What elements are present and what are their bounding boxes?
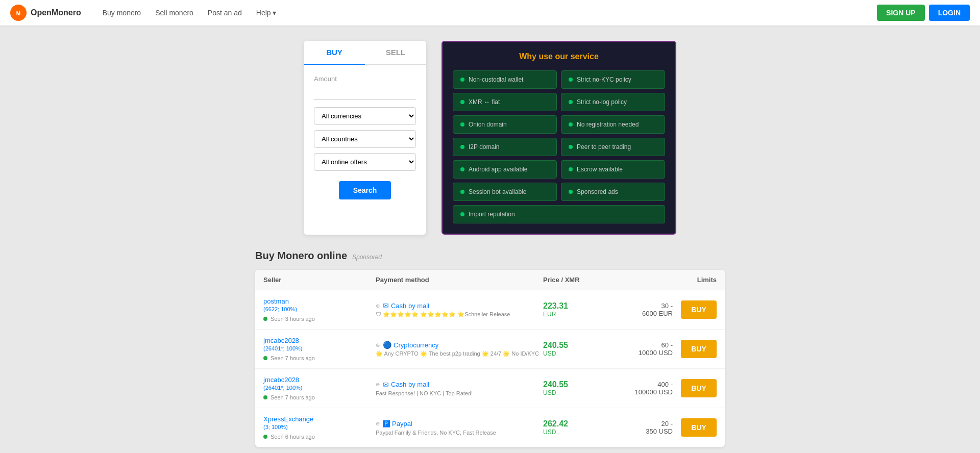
seller-seen: Seen 6 hours ago [263,434,376,440]
price-value: 262.42 [543,419,625,429]
feature-non-custodial: Non-custodial wallet [453,70,557,89]
price-currency: USD [543,389,625,396]
buy-button[interactable]: BUY [681,418,717,437]
feature-dot [569,100,573,104]
feature-dot [569,122,573,127]
amount-input[interactable] [314,86,416,100]
price-value: 240.55 [543,341,625,350]
table-header: Seller Payment method Price / XMR Limits [255,270,725,290]
hero-section: BUY SELL Amount All currencies All count… [0,26,980,250]
brand: M OpenMonero [10,5,81,21]
feature-no-log: Strict no-log policy [561,93,665,111]
payment-method-link[interactable]: ✉ Cash by mail [383,301,429,310]
payment-method-link[interactable]: 🅿 Paypal [383,420,412,428]
features-card: Why use our service Non-custodial wallet… [442,41,676,235]
online-indicator [263,435,267,439]
nav-buy-monero[interactable]: Buy monero [96,6,147,20]
tab-sell[interactable]: SELL [365,41,426,64]
feature-no-registration: No registration needed [561,115,665,134]
col-payment: Payment method [376,276,543,284]
listings-header: Buy Monero online Sponsored [255,250,725,262]
payment-icon: 🅿 [383,420,390,428]
seller-link[interactable]: jmcabc2028(26401*; 100%) [263,337,376,352]
tab-buy[interactable]: BUY [304,41,365,65]
expand-icon[interactable]: ⊕ [376,382,380,387]
country-select[interactable]: All countries [314,130,416,148]
payment-col: ⊕ ✉ Cash by mail Fast Response! | NO KYC… [376,381,543,396]
features-grid: Non-custodial wallet Strict no-KYC polic… [453,70,665,223]
payment-note: Paypal Family & Friends, No KYC, Fast Re… [376,430,543,436]
seller-seen: Seen 7 hours ago [263,355,376,361]
search-button[interactable]: Search [339,181,391,199]
table-row: XpressExchange(3; 100%) Seen 6 hours ago… [255,408,725,447]
payment-col: ⊕ 🔵 Cryptocurrency 🌟 Any CRYPTO 🌟 The be… [376,341,543,357]
limits-text: 30 -6000 EUR [642,302,673,317]
card-body: Amount All currencies All countries All … [304,65,426,210]
payment-col: ⊕ 🅿 Paypal Paypal Family & Friends, No K… [376,420,543,436]
buy-sell-card: BUY SELL Amount All currencies All count… [304,41,426,235]
feature-dot [460,122,464,127]
currency-select[interactable]: All currencies [314,107,416,125]
nav-post-ad[interactable]: Post an ad [202,6,248,20]
feature-dot [569,190,573,194]
payment-col: ⊕ ✉ Cash by mail 🛡 ⭐⭐⭐⭐⭐ ⭐⭐⭐⭐⭐ ⭐Schnelle… [376,301,543,318]
limits-col: 60 -10000 USD BUY [625,340,717,358]
offer-type-select[interactable]: All online offers [314,153,416,171]
feature-sponsored: Sponsored ads [561,183,665,201]
payment-icon: 🔵 [383,341,391,349]
feature-dot [460,190,464,194]
col-seller: Seller [263,276,376,284]
feature-session-bot: Session bot available [453,183,557,201]
table-row: jmcabc2028(26401*; 100%) Seen 7 hours ag… [255,369,725,408]
nav-sell-monero[interactable]: Sell monero [149,6,200,20]
nav-help[interactable]: Help ▾ [250,6,283,20]
seller-col: XpressExchange(3; 100%) Seen 6 hours ago [263,415,376,440]
signup-button[interactable]: SIGN UP [877,5,925,21]
price-currency: USD [543,429,625,436]
buy-button[interactable]: BUY [681,300,717,319]
feature-import: Import reputation [453,205,665,223]
buy-button[interactable]: BUY [681,340,717,358]
payment-note: 🌟 Any CRYPTO 🌟 The best p2p trading 🌟 24… [376,350,543,357]
feature-dot [569,78,573,82]
limits-text: 20 -350 USD [646,420,673,435]
listings-table: Seller Payment method Price / XMR Limits… [255,270,725,447]
payment-method-link[interactable]: ✉ Cash by mail [383,381,429,389]
buy-button[interactable]: BUY [681,379,717,397]
payment-icon: ✉ [383,301,389,310]
login-button[interactable]: LOGIN [929,5,970,21]
limits-col: 30 -6000 EUR BUY [625,300,717,319]
seller-col: jmcabc2028(26401*; 100%) Seen 7 hours ag… [263,376,376,400]
features-title: Why use our service [453,52,665,61]
payment-note: 🛡 ⭐⭐⭐⭐⭐ ⭐⭐⭐⭐⭐ ⭐Schneller Release [376,311,543,318]
feature-i2p: I2P domain [453,138,557,156]
online-indicator [263,356,267,360]
feature-escrow: Escrow available [561,160,665,179]
seller-link[interactable]: XpressExchange(3; 100%) [263,415,376,431]
online-indicator [263,317,267,321]
price-currency: EUR [543,311,625,318]
price-currency: USD [543,350,625,357]
payment-icon: ✉ [383,381,389,389]
seller-link[interactable]: jmcabc2028(26401*; 100%) [263,376,376,391]
listings-title: Buy Monero online [255,250,347,262]
brand-name: OpenMonero [31,8,81,17]
feature-dot [460,167,464,171]
feature-dot [460,100,464,104]
seller-seen: Seen 7 hours ago [263,394,376,400]
main-nav: Buy monero Sell monero Post an ad Help ▾ [96,6,877,20]
seller-link[interactable]: postman(6622; 100%) [263,297,376,313]
price-value: 223.31 [543,301,625,311]
expand-icon[interactable]: ⊕ [376,303,380,309]
feature-dot [460,78,464,82]
payment-method-link[interactable]: 🔵 Cryptocurrency [383,341,438,349]
expand-icon[interactable]: ⊕ [376,342,380,348]
online-indicator [263,395,267,399]
auth-actions: SIGN UP LOGIN [877,5,970,21]
table-row: jmcabc2028(26401*; 100%) Seen 7 hours ag… [255,330,725,369]
seller-seen: Seen 3 hours ago [263,316,376,322]
amount-label: Amount [314,75,416,83]
price-col: 240.55 USD [543,341,625,357]
feature-p2p: Peer to peer trading [561,138,665,156]
expand-icon[interactable]: ⊕ [376,421,380,426]
